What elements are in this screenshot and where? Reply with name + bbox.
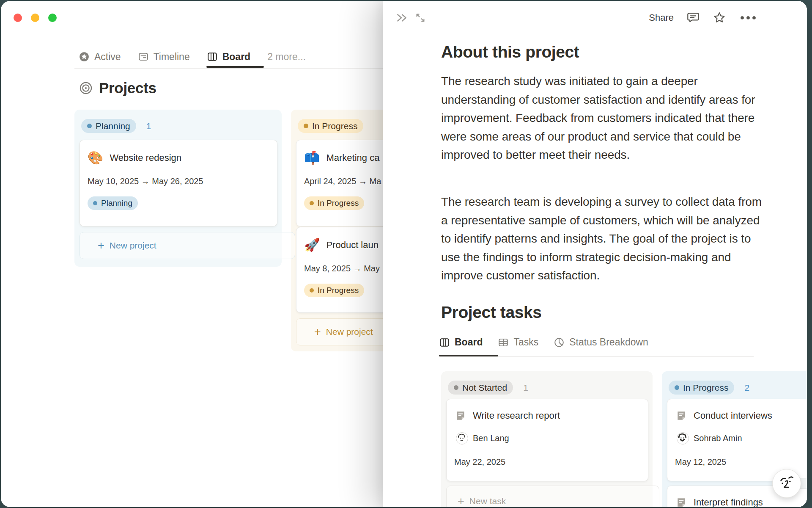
app-window: Active Timeline Board 2 more... xyxy=(1,1,807,507)
assignee-name: Sohrab Amin xyxy=(694,433,742,443)
peek-toolbar-left xyxy=(395,11,427,25)
card-title: Write research report xyxy=(473,410,560,421)
page-icon xyxy=(676,497,687,507)
card-title: Marketing ca xyxy=(326,152,379,163)
status-dot-icon xyxy=(310,288,314,293)
ai-face-icon xyxy=(778,474,796,493)
view-tabs: Active Timeline Board 2 more... xyxy=(79,47,306,66)
plus-icon: + xyxy=(458,496,464,507)
tabs-divider xyxy=(74,68,384,69)
pie-chart-icon xyxy=(554,337,565,348)
peek-toolbar-right: Share xyxy=(649,11,757,25)
card-date: May 12, 2025 xyxy=(667,444,807,467)
assignee-name: Ben Lang xyxy=(473,433,509,443)
status-dot-icon xyxy=(304,124,308,128)
page-title: Projects xyxy=(99,80,156,97)
project-tasks-heading: Project tasks xyxy=(441,303,542,322)
palette-emoji-icon: 🎨 xyxy=(88,151,103,165)
tabs-divider xyxy=(439,356,754,357)
tab-label: Active xyxy=(94,51,121,63)
new-project-button[interactable]: + New project xyxy=(80,232,295,259)
status-dot-icon xyxy=(454,385,458,390)
column-header[interactable]: Not Started 1 xyxy=(448,381,528,395)
tab-more-views[interactable]: 2 more... xyxy=(267,51,306,63)
page-icon xyxy=(676,410,687,421)
column-count: 1 xyxy=(523,383,528,393)
status-dot-icon xyxy=(93,201,97,205)
tab-timeline[interactable]: Timeline xyxy=(138,51,190,63)
status-badge: Not Started xyxy=(448,381,513,395)
tab-status-breakdown[interactable]: Status Breakdown xyxy=(554,337,648,348)
avatar xyxy=(456,432,468,444)
desktop: Active Timeline Board 2 more... xyxy=(0,0,812,508)
project-card-website-redesign[interactable]: 🎨 Website redesign May 10, 2025 → May 26… xyxy=(80,140,277,226)
tab-active[interactable]: Active xyxy=(79,51,121,63)
table-icon xyxy=(498,337,509,348)
column-header[interactable]: Planning 1 xyxy=(81,119,151,133)
active-star-icon xyxy=(79,51,90,62)
column-header[interactable]: In Progress xyxy=(298,119,363,133)
status-badge: In Progress xyxy=(669,381,734,395)
tab-label: Board xyxy=(455,337,483,348)
tasks-view-tabs: Board Tasks Status Breakdown xyxy=(439,337,648,348)
tab-label: 2 more... xyxy=(267,51,306,63)
tab-board[interactable]: Board xyxy=(207,51,250,63)
plus-icon: + xyxy=(314,326,321,338)
column-header[interactable]: In Progress 2 xyxy=(669,381,749,395)
tab-board[interactable]: Board xyxy=(439,337,483,348)
expand-icon[interactable] xyxy=(414,11,427,25)
card-title: Interpret findings xyxy=(694,497,763,507)
tab-label: Tasks xyxy=(513,337,538,348)
avatar xyxy=(677,432,689,444)
page-icon xyxy=(455,410,466,421)
column-count: 2 xyxy=(744,383,749,393)
database-title-row: Projects xyxy=(79,80,156,97)
favorite-star-icon[interactable] xyxy=(713,11,726,25)
status-dot-icon xyxy=(675,385,679,390)
status-badge: Planning xyxy=(81,119,136,133)
about-paragraph-1: The research study was initiated to gain… xyxy=(441,72,763,164)
about-heading: About this project xyxy=(441,43,579,61)
status-badge: In Progress xyxy=(298,119,363,133)
timeline-icon xyxy=(138,51,149,62)
comment-icon[interactable] xyxy=(686,11,700,25)
status-dot-icon xyxy=(87,124,92,128)
tab-label: Status Breakdown xyxy=(569,337,648,348)
new-task-button[interactable]: + New task xyxy=(446,486,659,507)
window-controls xyxy=(14,14,57,22)
about-paragraph-2: The research team is developing a survey… xyxy=(441,193,763,285)
status-badge: In Progress xyxy=(304,284,364,297)
side-peek-panel: Share About this project The research st… xyxy=(383,1,807,507)
share-button[interactable]: Share xyxy=(649,12,674,23)
mailbox-emoji-icon: 📫 xyxy=(304,151,320,165)
target-icon xyxy=(79,81,93,95)
plus-icon: + xyxy=(98,240,104,251)
tab-tasks[interactable]: Tasks xyxy=(498,337,538,348)
card-title: Product laun xyxy=(326,240,379,251)
status-dot-icon xyxy=(310,201,314,205)
tab-label: Board xyxy=(222,51,250,63)
card-title: Website redesign xyxy=(110,152,181,163)
board-icon xyxy=(439,337,450,348)
task-card-write-research-report[interactable]: Write research report Ben Lang May 22, 2… xyxy=(446,399,648,481)
tab-label: Timeline xyxy=(154,51,190,63)
more-icon[interactable] xyxy=(739,11,757,25)
rocket-emoji-icon: 🚀 xyxy=(304,238,320,252)
ai-assistant-button[interactable] xyxy=(772,469,801,498)
card-dates: May 10, 2025 → May 26, 2025 xyxy=(80,165,277,186)
minimize-window-button[interactable] xyxy=(31,14,39,22)
collapse-panel-icon[interactable] xyxy=(395,11,409,25)
zoom-window-button[interactable] xyxy=(48,14,57,22)
board-icon xyxy=(207,51,218,62)
status-badge: In Progress xyxy=(304,196,364,210)
status-badge: Planning xyxy=(88,196,138,210)
card-title: Conduct interviews xyxy=(694,410,772,421)
close-window-button[interactable] xyxy=(14,14,22,22)
column-count: 1 xyxy=(146,121,151,131)
card-date: May 22, 2025 xyxy=(447,444,648,467)
